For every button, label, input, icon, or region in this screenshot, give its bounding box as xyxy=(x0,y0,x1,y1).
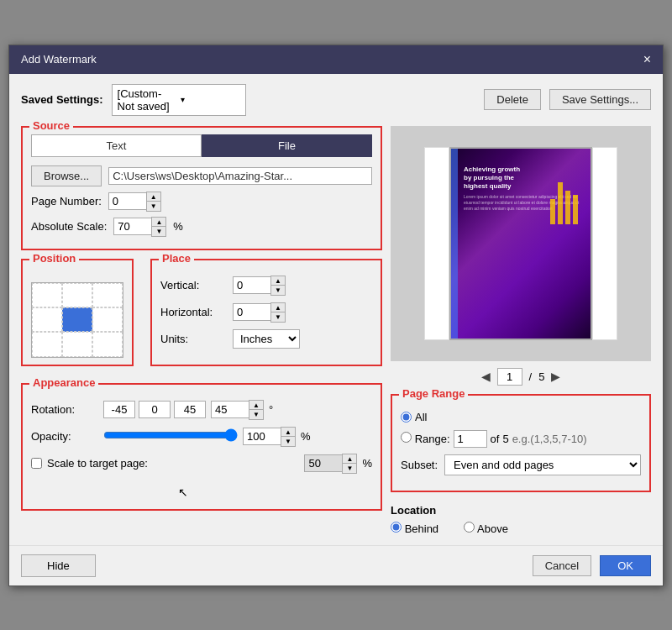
behind-radio[interactable] xyxy=(391,522,402,533)
page-number-input[interactable] xyxy=(108,192,146,210)
horizontal-row: Horizontal: ▲ ▼ xyxy=(160,302,372,323)
pos-cell-tl[interactable] xyxy=(32,283,62,307)
absolute-scale-input[interactable] xyxy=(113,218,151,235)
of-label: of xyxy=(491,433,500,445)
pos-cell-ml[interactable] xyxy=(32,307,62,332)
source-section: Source Text File Browse... C:\Users\ws\D… xyxy=(21,126,382,250)
preview-image: Achieving growthby pursuing thehighest q… xyxy=(449,147,592,340)
scale-input[interactable] xyxy=(304,454,342,472)
range-radio[interactable] xyxy=(401,432,412,443)
vertical-up[interactable]: ▲ xyxy=(271,276,285,286)
opacity-input[interactable] xyxy=(243,428,281,445)
scale-up[interactable]: ▲ xyxy=(152,218,165,227)
scale-checkbox[interactable] xyxy=(31,458,42,469)
absolute-scale-row: Absolute Scale: ▲ ▼ % xyxy=(31,217,372,237)
scale-percent-up[interactable]: ▲ xyxy=(343,454,356,464)
all-radio-label[interactable]: All xyxy=(401,411,427,423)
all-radio[interactable] xyxy=(401,412,412,423)
bar-1 xyxy=(550,199,555,224)
rotation-input-2[interactable] xyxy=(139,401,171,418)
tab-text[interactable]: Text xyxy=(31,134,202,157)
saved-settings-row: Saved Settings: [Custom-Not saved] ▾ Del… xyxy=(21,84,651,116)
subset-select[interactable]: Even and odd pages Even pages only Odd p… xyxy=(444,454,641,475)
absolute-scale-label: Absolute Scale: xyxy=(31,220,107,233)
vertical-label: Vertical: xyxy=(160,279,228,291)
rotation-inputs xyxy=(103,401,206,418)
scale-percent-down[interactable]: ▼ xyxy=(343,464,356,473)
horizontal-input[interactable] xyxy=(233,303,270,321)
ok-button[interactable]: OK xyxy=(600,555,651,576)
delete-button[interactable]: Delete xyxy=(484,89,541,110)
page-number-down[interactable]: ▼ xyxy=(147,202,160,211)
next-page-button[interactable]: ▶ xyxy=(551,370,560,383)
left-panel: Source Text File Browse... C:\Users\ws\D… xyxy=(21,126,382,535)
all-radio-row: All xyxy=(401,411,641,423)
opacity-percent: % xyxy=(301,430,311,443)
tab-file[interactable]: File xyxy=(202,134,372,157)
units-select[interactable]: Inches Centimeters Points xyxy=(233,329,300,349)
rotation-input-1[interactable] xyxy=(103,401,135,418)
pos-cell-bl[interactable] xyxy=(32,332,62,356)
cancel-button[interactable]: Cancel xyxy=(533,555,591,576)
above-label[interactable]: Above xyxy=(464,522,508,535)
page-number-row: Page Number: ▲ ▼ xyxy=(31,192,372,212)
scale-percent: % xyxy=(173,220,183,233)
preview-blue-bar xyxy=(451,149,458,339)
horizontal-down[interactable]: ▼ xyxy=(271,312,285,322)
rotation-down[interactable]: ▼ xyxy=(249,410,263,419)
page-number-up[interactable]: ▲ xyxy=(147,192,160,202)
horizontal-label: Horizontal: xyxy=(160,306,228,318)
vertical-spinner[interactable]: ▲ ▼ xyxy=(233,276,286,296)
rotation-up[interactable]: ▲ xyxy=(249,401,263,410)
dialog-title: Add Watermark xyxy=(21,53,97,66)
opacity-slider[interactable] xyxy=(103,428,238,442)
opacity-label: Opacity: xyxy=(31,430,98,443)
bar-2 xyxy=(558,182,563,224)
current-page-input[interactable] xyxy=(497,368,522,386)
degree-symbol: ° xyxy=(269,403,273,416)
pos-cell-bc[interactable] xyxy=(62,332,92,356)
all-label: All xyxy=(415,411,427,423)
vertical-input[interactable] xyxy=(233,276,270,294)
preview-wrap: Achieving growthby pursuing thehighest q… xyxy=(391,126,651,361)
footer-buttons: Cancel OK xyxy=(533,555,651,576)
pos-cell-mr[interactable] xyxy=(92,307,123,332)
scale-spinner-btns: ▲ ▼ xyxy=(151,217,166,237)
preview-bars xyxy=(550,182,578,224)
prev-page-button[interactable]: ◀ xyxy=(481,370,491,383)
behind-label[interactable]: Behind xyxy=(391,522,438,535)
subset-row: Subset: Even and odd pages Even pages on… xyxy=(401,454,641,475)
page-number-spinner[interactable]: ▲ ▼ xyxy=(108,192,161,212)
rotation-spinner[interactable]: ▲ ▼ xyxy=(211,400,264,420)
opacity-down[interactable]: ▼ xyxy=(281,437,295,446)
appearance-section: Appearance Rotation: ▲ ▼ xyxy=(21,383,382,511)
range-radio-label[interactable]: Range: xyxy=(401,432,450,445)
scale-down[interactable]: ▼ xyxy=(152,227,165,236)
range-from-input[interactable] xyxy=(454,430,487,448)
rotation-spinner-input[interactable] xyxy=(211,401,249,418)
vertical-down[interactable]: ▼ xyxy=(271,286,285,295)
main-layout: Source Text File Browse... C:\Users\ws\D… xyxy=(21,126,651,535)
absolute-scale-spinner[interactable]: ▲ ▼ xyxy=(113,217,166,237)
pos-cell-br[interactable] xyxy=(92,332,123,356)
saved-settings-label: Saved Settings: xyxy=(21,93,103,106)
units-label: Units: xyxy=(160,333,228,345)
opacity-up[interactable]: ▲ xyxy=(281,428,295,437)
location-section: Location Behind Above xyxy=(391,501,651,535)
pos-cell-mc[interactable] xyxy=(62,307,92,332)
rotation-input-3[interactable] xyxy=(174,401,206,418)
close-button[interactable]: × xyxy=(643,52,651,67)
browse-button[interactable]: Browse... xyxy=(31,165,102,186)
saved-settings-dropdown[interactable]: [Custom-Not saved] ▾ xyxy=(112,84,246,116)
pos-cell-tc[interactable] xyxy=(62,283,92,307)
save-settings-button[interactable]: Save Settings... xyxy=(549,89,651,110)
behind-text: Behind xyxy=(405,522,438,535)
hide-button[interactable]: Hide xyxy=(21,554,96,577)
pos-cell-tr[interactable] xyxy=(92,283,123,307)
horizontal-spinner[interactable]: ▲ ▼ xyxy=(233,302,286,323)
scale-spinner[interactable]: ▲ ▼ xyxy=(304,454,357,474)
horizontal-up[interactable]: ▲ xyxy=(271,303,285,312)
position-grid[interactable] xyxy=(31,282,123,358)
above-radio[interactable] xyxy=(464,522,475,533)
opacity-spinner[interactable]: ▲ ▼ xyxy=(243,427,296,447)
